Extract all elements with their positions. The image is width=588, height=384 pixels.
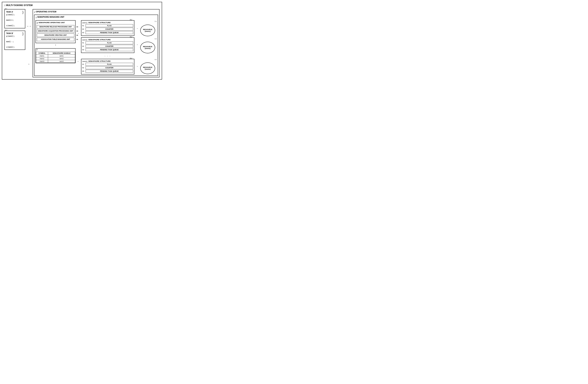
sou-box: 8 SEMAPHORE OPERATING UNIT SEMAPHORE REL… [36,20,76,43]
sub-unit-81: ASSOCIATION TABLE MANAGING UNIT 81 [37,38,74,41]
arrow-semn-res: → [136,65,138,67]
ref84: 84 [77,26,78,28]
sem2-handle: (sem2) [82,39,87,41]
outer-title: MULTI-TASKING SYSTEM [6,4,33,7]
sub-unit-82-label: SEMAPHORE CREATING UNIT [44,34,67,36]
assoc-row-1-symbol: mem1 [36,54,48,57]
sem2-field1-num: 61 [82,42,85,44]
sub-unit-84: SEMAPHORE RELEASE PROCESSING UNIT 84 [37,25,74,29]
ref2-mark: 2 [34,11,35,13]
assoc-row-2: mem2 sem2 [36,57,75,60]
dots-separator: · · · [81,54,134,57]
sem2-counter: COUNTER [85,45,133,48]
right-col: 6-1 (sem1) SEMAPHORE STRUCTURE 61 FLAG [81,20,157,74]
assoc-table-box: 4 SYMBOL SEMAPHORE HANDLE [36,48,76,63]
ref6-n: 6-n [130,57,132,59]
assoc-row-2-symbol: mem2 [36,57,48,60]
sem1-counter: COUNTER [85,28,133,31]
resources-col: 7-1 RESOURCE(mem1) 7-2 RESOURCE(mem2) 7-… [140,20,157,74]
assoc-row-3-symbol: mem3 [36,60,48,63]
sem1-queue: PENDING TASK QUEUE [85,31,133,34]
sem-struct-6-2: 6-2 (sem2) SEMAPHORE STRUCTURE 61 FLAG [81,37,134,53]
task-a-title: TASK A' [6,11,22,13]
assoc-table: SYMBOL SEMAPHORE HANDLE mem1 sem1 [36,52,75,63]
sub-unit-81-label: ASSOCIATION TABLE MANAGING UNIT [41,38,70,40]
semn-flag: FLAG [85,63,133,66]
sou-title: SEMAPHORE OPERATING UNIT [39,21,65,23]
semn-field1-num: 61 [82,63,85,65]
semn-queue: PENDING TASK QUEUE [85,70,133,73]
sem1-title: SEMAPHORE STRUCTURE [88,21,110,23]
resource-7-2: RESOURCE(mem2) [140,42,155,53]
ref6-1: 6-1 [130,19,132,21]
arrow-task-a: ←→ [27,25,31,27]
semn-field2-num: 62 [82,67,85,69]
sou-and-table: 8 SEMAPHORE OPERATING UNIT SEMAPHORE REL… [36,20,76,74]
sem2-queue: PENDING TASK QUEUE [85,48,133,51]
arrow-task-b: ← [28,63,30,65]
resource-7-n-label: RESOURCE(memn) [143,66,152,70]
ref5-1: 5-1 [5,8,7,10]
sem1-handle: (sem1) [82,22,87,24]
sem1-field2-num: 62 [82,28,85,30]
ref83: 83 [77,30,78,32]
sem1-flag: FLAG [85,24,133,27]
assoc-col2-header: SEMAPHORE HANDLE [48,52,75,54]
resource-7-2-label: RESOURCE(mem2) [143,46,152,49]
assoc-row-3-handle: sem3 [48,60,75,63]
ref1-mark: 1 [4,4,5,6]
semn-field3-num: 63 [82,70,85,72]
assoc-row-1: mem1 sem1 [36,54,75,57]
tasks-column: 5-1 TASK A' p(mem1); mem1++; v(mem1); } … [4,9,25,77]
ref7-n-label: 7-n [140,59,157,61]
arrow-sou-sem1: → [77,32,79,34]
task-b-box: 5-2 TASK B' p(mem1); mem1--; v(mem1); } [4,31,25,50]
smu-box: 3 SEMAPHORE MANAGING UNIT 8 SEMAPHORE OP… [34,15,158,76]
smu-title: SEMAPHORE MANAGING UNIT [37,16,64,18]
os-title: OPERATING SYSTEM [36,11,56,13]
task-b-title: TASK B' [6,32,22,35]
task-a-box: 5-1 TASK A' p(mem1); mem1++; v(mem1); } [4,9,25,28]
ref6-2: 6-2 [130,36,132,38]
semn-handle: (semn) [82,61,87,62]
v-double-arrow: ↕ [36,44,76,46]
ref7-2-label: 7-2 [140,38,157,40]
assoc-row-2-handle: sem2 [48,57,75,60]
assoc-row-3: mem3 sem3 [36,60,75,63]
arrow-sem2-res: → [136,43,138,46]
sub-unit-82: SEMAPHORE CREATING UNIT 82 [37,34,74,37]
sem2-title: SEMAPHORE STRUCTURE [88,39,110,41]
smu-inner: 8 SEMAPHORE OPERATING UNIT SEMAPHORE REL… [36,20,157,74]
sub-unit-83: SEMAPHORE ACQUISITION PROCESSING UNIT 83 [37,29,74,33]
sem-struct-6-1: 6-1 (sem1) SEMAPHORE STRUCTURE 61 FLAG [81,20,134,36]
os-box: 2 OPERATING SYSTEM 3 SEMAPHORE MANAGING … [33,9,160,77]
ref8-mark: 8 [37,22,38,24]
main-layout: 5-1 TASK A' p(mem1); mem1++; v(mem1); } … [4,9,160,77]
ref4-mark: 4 [36,49,38,51]
semn-title: SEMAPHORE STRUCTURE [88,60,110,62]
task-b-code: p(mem1); mem1--; v(mem1); [6,35,22,48]
sem-resource-arrows: → → → [136,20,139,74]
sem2-field3-num: 63 [82,49,85,51]
assoc-row-1-handle: sem1 [48,54,75,57]
ref3-mark: 3 [36,17,37,19]
arrow-sou-sem2: ← [77,60,79,63]
sub-unit-83-label: SEMAPHORE ACQUISITION PROCESSING UNIT [38,30,73,32]
task-b-bracket: } [22,32,23,35]
sem-struct-6-n: 6-n (semn) SEMAPHORE STRUCTURE 61 FLAG [81,59,134,74]
sem-structures-col: 6-1 (sem1) SEMAPHORE STRUCTURE 61 FLAG [81,20,134,74]
task-arrows: ←→ ← [27,9,31,77]
assoc-col1-header: SYMBOL [36,52,48,54]
ref82: 82 [77,34,78,36]
ref5-2: 5-2 [5,29,7,32]
resource-7-1-label: RESOURCE(mem1) [143,29,152,32]
task-a-bracket: } [22,11,23,14]
resource-7-n: RESOURCE(memn) [140,63,155,74]
semn-counter: COUNTER [85,66,133,69]
sem1-field3-num: 63 [82,32,85,34]
sem1-field1-num: 61 [82,25,85,27]
multi-tasking-system-box: 1 MULTI-TASKING SYSTEM 5-1 TASK A' p(mem… [2,2,162,80]
task-a-code: p(mem1); mem1++; v(mem1); [6,13,22,27]
sub-unit-84-label: SEMAPHORE RELEASE PROCESSING UNIT [39,26,72,28]
ref81: 81 [77,38,78,40]
